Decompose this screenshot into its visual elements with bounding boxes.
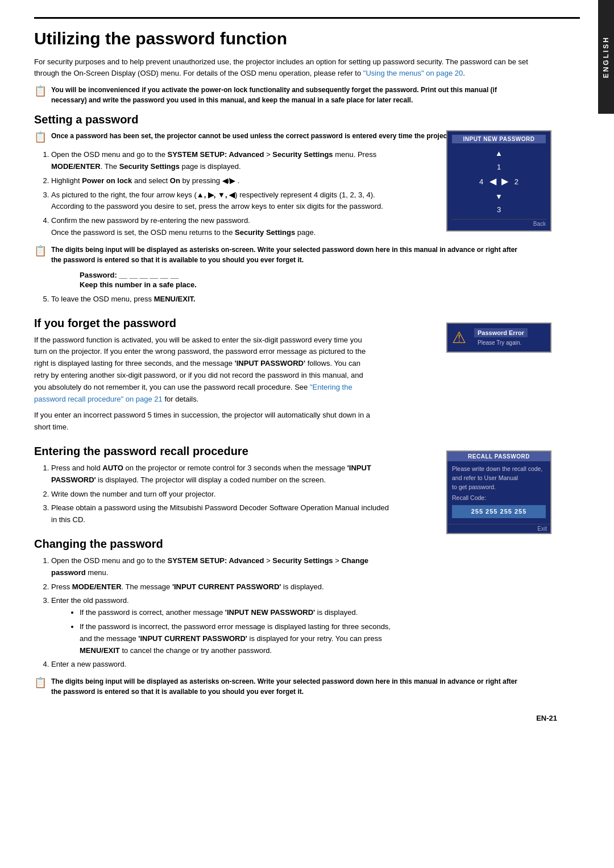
recall-line3: to get password.	[452, 483, 546, 492]
input-password-title: INPUT NEW PASSWORD	[452, 135, 546, 143]
intro-link: "Using the menus" on page 20	[363, 69, 463, 77]
arrow-up-label: ▲1	[452, 147, 546, 173]
section1-step5-list: To leave the OSD menu, press MENU/EXIT.	[51, 294, 392, 305]
section4-steps: Open the OSD menu and go to the SYSTEM S…	[51, 555, 392, 671]
intro-text-part2: .	[463, 69, 465, 77]
warning-note-text: You will be inconvenienced if you activa…	[51, 85, 529, 105]
section-forget-password: If you forget the password If the passwo…	[34, 317, 580, 433]
recall-step1: Press and hold AUTO on the projector or …	[51, 462, 392, 486]
recall-line1: Please write down the recall code,	[452, 465, 546, 474]
error-text-area: Password Error Please Try again.	[474, 328, 528, 346]
section1-note-text: Once a password has been set, the projec…	[51, 131, 490, 141]
note-icon: 📋	[34, 85, 47, 97]
input-password-content: ▲1 4 ◀ ▶ 2 ▼3	[452, 147, 546, 216]
warning-note-box: 📋 You will be inconvenienced if you acti…	[34, 85, 529, 105]
change-step3-bullets: If the password is correct, another mess…	[80, 607, 392, 656]
recall-code-value: 255 255 255 255	[452, 505, 546, 518]
recall-footer: Exit	[447, 524, 550, 533]
recall-step2: Write down the number and turn off your …	[51, 489, 392, 501]
final-note-icon: 📋	[34, 676, 47, 689]
error-title: Password Error	[474, 328, 528, 337]
password-label: Password: __ __ __ __ __ __	[80, 271, 580, 279]
arrow-middle-row: 4 ◀ ▶ 2	[452, 173, 546, 190]
step1: Open the OSD menu and go to the SYSTEM S…	[51, 149, 392, 173]
step2: Highlight Power on lock and select On by…	[51, 175, 392, 187]
error-subtitle: Please Try again.	[474, 340, 528, 346]
arrow-down-label: ▼3	[452, 190, 546, 217]
change-step3: Enter the old password. If the password …	[51, 595, 392, 656]
step5: To leave the OSD menu, press MENU/EXIT.	[51, 294, 392, 305]
language-label: ENGLISH	[602, 36, 610, 78]
change-step4: Enter a new password.	[51, 659, 392, 671]
side-language-tab: ENGLISH	[598, 0, 614, 114]
top-divider	[34, 17, 580, 19]
warning-triangle-icon: ⚠	[452, 328, 466, 347]
change-step2: Press MODE/ENTER. The message 'INPUT CUR…	[51, 581, 392, 593]
section1-title: Setting a password	[34, 113, 580, 126]
keep-safe-label: Keep this number in a safe place.	[80, 280, 580, 289]
digits-note-text: The digits being input will be displayed…	[51, 245, 529, 265]
section2-body4: If you enter an incorrect password 5 tim…	[34, 410, 375, 433]
section3-steps: Press and hold AUTO on the projector or …	[51, 462, 392, 526]
change-step1: Open the OSD menu and go to the SYSTEM S…	[51, 555, 392, 579]
page-footer: EN-21	[34, 714, 580, 722]
recall-password-title: RECALL PASSWORD	[447, 452, 550, 461]
section-setting-password: Setting a password 📋 Once a password has…	[34, 113, 580, 305]
step4: Confirm the new password by re-entering …	[51, 215, 392, 239]
recall-step3: Please obtain a password using the Mitsu…	[51, 502, 392, 526]
recall-password-body: Please write down the recall code, and r…	[447, 461, 550, 524]
input-password-footer: Back	[452, 219, 546, 227]
page-number: EN-21	[536, 714, 557, 722]
section-recall-procedure: Entering the password recall procedure P…	[34, 445, 580, 526]
section4-title: Changing the password	[34, 538, 580, 551]
bullet-correct: If the password is correct, another mess…	[80, 607, 392, 619]
recall-line2: and refer to User Manual	[452, 474, 546, 483]
bullet-incorrect: If the password is incorrect, the passwo…	[80, 621, 392, 656]
recall-code-label: Recall Code:	[452, 494, 546, 503]
final-note-box: 📋 The digits being input will be display…	[34, 676, 529, 697]
digits-note-icon: 📋	[34, 245, 47, 257]
input-password-screenshot: INPUT NEW PASSWORD ▲1 4 ◀ ▶ 2 ▼3 Back	[446, 130, 551, 231]
step3: As pictured to the right, the four arrow…	[51, 189, 392, 213]
page-title: Utilizing the password function	[34, 29, 580, 48]
recall-password-screenshot: RECALL PASSWORD Please write down the re…	[446, 450, 551, 534]
password-error-screenshot: ⚠ Password Error Please Try again.	[446, 323, 551, 353]
section-change-password: Changing the password Open the OSD menu …	[34, 538, 580, 697]
final-note-text: The digits being input will be displayed…	[51, 676, 529, 697]
section1-note-icon: 📋	[34, 131, 47, 143]
intro-paragraph: For security purposes and to help preven…	[34, 56, 529, 79]
section1-steps: Open the OSD menu and go to the SYSTEM S…	[51, 149, 392, 239]
digits-note-box: 📋 The digits being input will be display…	[34, 245, 529, 265]
section2-body1: If the password function is activated, y…	[34, 334, 375, 406]
